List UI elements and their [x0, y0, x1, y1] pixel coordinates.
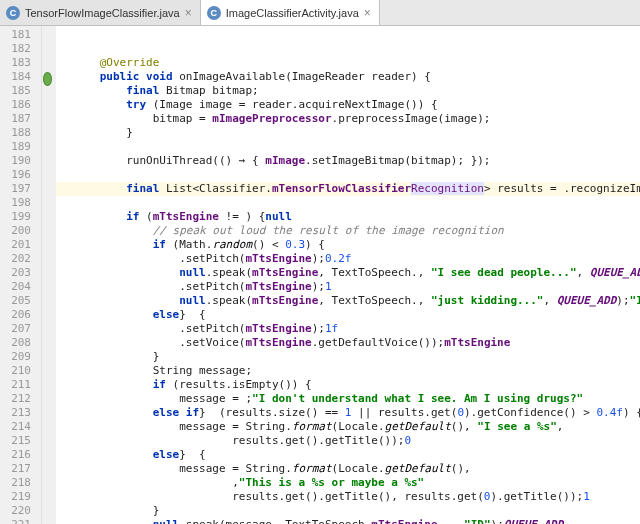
line-number: 217: [0, 462, 41, 476]
code-line[interactable]: if (mTtsEngine != ) {null: [56, 210, 640, 224]
line-number: 205: [0, 294, 41, 308]
line-number: 212: [0, 392, 41, 406]
line-number-gutter: 1811821831841851861871881891901961971981…: [0, 26, 42, 524]
close-icon[interactable]: ×: [185, 7, 192, 19]
line-number: 188: [0, 126, 41, 140]
editor-tabs: C TensorFlowImageClassifier.java × C Ima…: [0, 0, 640, 26]
line-number: 199: [0, 210, 41, 224]
line-number: 190: [0, 154, 41, 168]
code-line[interactable]: null.speak(mTtsEngine, TextToSpeech., "I…: [56, 266, 640, 280]
code-line[interactable]: .setPitch(mTtsEngine);0.2f: [56, 252, 640, 266]
line-number: 216: [0, 448, 41, 462]
code-line[interactable]: @Override: [56, 56, 640, 70]
code-line[interactable]: runOnUiThread(() → { mImage.setImageBitm…: [56, 154, 640, 168]
line-number: 185: [0, 84, 41, 98]
code-line[interactable]: .setPitch(mTtsEngine);1f: [56, 322, 640, 336]
code-line[interactable]: }: [56, 350, 640, 364]
line-number: 186: [0, 98, 41, 112]
code-line[interactable]: ,"This is a %s or maybe a %s": [56, 476, 640, 490]
tab-image-classifier-activity[interactable]: C ImageClassifierActivity.java ×: [201, 0, 380, 25]
line-number: 219: [0, 490, 41, 504]
line-number: 209: [0, 350, 41, 364]
line-number: 184: [0, 70, 41, 84]
line-number: 218: [0, 476, 41, 490]
line-number: 206: [0, 308, 41, 322]
code-line[interactable]: null.speak(message, TextToSpeech.mTtsEng…: [56, 518, 640, 524]
line-number: 197: [0, 182, 41, 196]
code-line[interactable]: try (Image image = reader.acquireNextIma…: [56, 98, 640, 112]
code-line[interactable]: final Bitmap bitmap;: [56, 84, 640, 98]
code-line[interactable]: [56, 140, 640, 154]
line-number: 198: [0, 196, 41, 210]
line-number: 181: [0, 28, 41, 42]
code-line[interactable]: results.get().getTitle());0: [56, 434, 640, 448]
line-number: 183: [0, 56, 41, 70]
code-line[interactable]: final List<Classifier.mTensorFlowClassif…: [56, 182, 640, 196]
code-line[interactable]: [56, 42, 640, 56]
line-number: 189: [0, 140, 41, 154]
code-line[interactable]: .setVoice(mTtsEngine.getDefaultVoice());…: [56, 336, 640, 350]
code-line[interactable]: if (results.isEmpty()) {: [56, 378, 640, 392]
line-number: 196: [0, 168, 41, 182]
code-line[interactable]: message = String.format(Locale.getDefaul…: [56, 420, 640, 434]
code-line[interactable]: }: [56, 126, 640, 140]
code-line[interactable]: if (Math.random() < 0.3) {: [56, 238, 640, 252]
line-number: 215: [0, 434, 41, 448]
line-number: 204: [0, 280, 41, 294]
code-line[interactable]: message = ;"I don't understand what I se…: [56, 392, 640, 406]
line-number: 208: [0, 336, 41, 350]
code-line[interactable]: }: [56, 504, 640, 518]
marker-gutter: [42, 26, 56, 524]
code-line[interactable]: [56, 168, 640, 182]
tab-label: ImageClassifierActivity.java: [226, 7, 359, 19]
code-line[interactable]: else if} (results.size() == 1 || results…: [56, 406, 640, 420]
code-editor[interactable]: 1811821831841851861871881891901961971981…: [0, 26, 640, 524]
line-number: 200: [0, 224, 41, 238]
line-number: 213: [0, 406, 41, 420]
tab-label: TensorFlowImageClassifier.java: [25, 7, 180, 19]
code-line[interactable]: public void onImageAvailable(ImageReader…: [56, 70, 640, 84]
line-number: 202: [0, 252, 41, 266]
code-line[interactable]: // speak out loud the result of the imag…: [56, 224, 640, 238]
code-line[interactable]: message = String.format(Locale.getDefaul…: [56, 462, 640, 476]
line-number: 221: [0, 518, 41, 524]
code-line[interactable]: [56, 28, 640, 42]
line-number: 203: [0, 266, 41, 280]
code-line[interactable]: else} {: [56, 308, 640, 322]
code-area[interactable]: @Override public void onImageAvailable(I…: [56, 26, 640, 524]
line-number: 214: [0, 420, 41, 434]
code-line[interactable]: results.get().getTitle(), results.get(0)…: [56, 490, 640, 504]
close-icon[interactable]: ×: [364, 7, 371, 19]
code-line[interactable]: [56, 196, 640, 210]
code-line[interactable]: null.speak(mTtsEngine, TextToSpeech., "j…: [56, 294, 640, 308]
java-file-icon: C: [6, 6, 20, 20]
line-number: 210: [0, 364, 41, 378]
code-line[interactable]: bitmap = mImagePreprocessor.preprocessIm…: [56, 112, 640, 126]
line-number: 187: [0, 112, 41, 126]
tab-tensorflow-classifier[interactable]: C TensorFlowImageClassifier.java ×: [0, 0, 201, 25]
code-line[interactable]: .setPitch(mTtsEngine);1: [56, 280, 640, 294]
line-number: 211: [0, 378, 41, 392]
line-number: 182: [0, 42, 41, 56]
line-number: 207: [0, 322, 41, 336]
code-line[interactable]: String message;: [56, 364, 640, 378]
java-file-icon: C: [207, 6, 221, 20]
line-number: 201: [0, 238, 41, 252]
line-number: 220: [0, 504, 41, 518]
code-line[interactable]: else} {: [56, 448, 640, 462]
